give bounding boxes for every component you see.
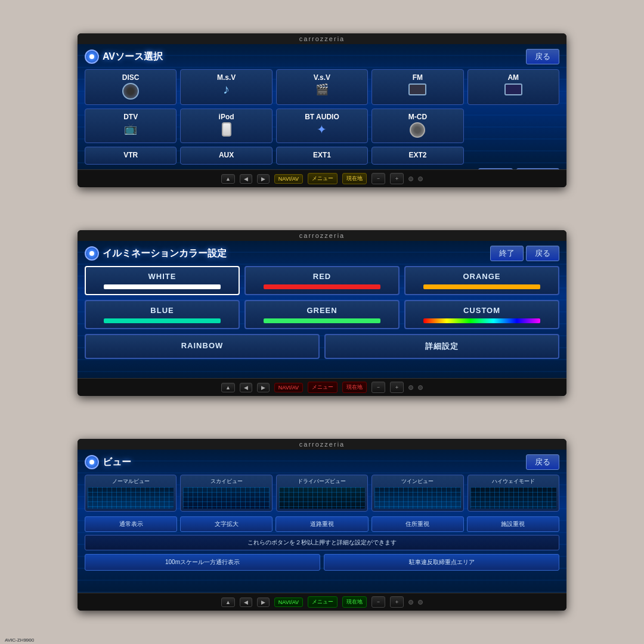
av-aux[interactable]: AUX [180, 147, 272, 165]
white-bar [104, 284, 220, 289]
back-button-2[interactable]: 戻る [526, 246, 559, 261]
view-opt-text[interactable]: 文字拡大 [180, 516, 273, 532]
screen-title-3: ビュー [103, 456, 131, 469]
title-area-3: ビュー [85, 455, 131, 469]
ctrl-dot-4 [418, 385, 423, 390]
brand-bar-1: carrozzeria [78, 33, 566, 44]
ipod-icon [222, 122, 231, 137]
screen-3: ビュー 戻る ノーマルビュー スカイビュー ドライバーズビュー [78, 450, 566, 593]
ctrl-navi[interactable]: NAVI/AV [274, 174, 303, 184]
header-buttons-3: 戻る [526, 454, 559, 470]
ctrl-plus-3[interactable]: ＋ [390, 596, 404, 608]
av-dtv[interactable]: DTV 📺 [85, 109, 177, 143]
av-vsv[interactable]: V.s.V 🎬 [276, 69, 368, 105]
title-icon-2 [85, 246, 99, 261]
mcd-icon [410, 122, 425, 138]
view-driver[interactable]: ドライバーズビュー [276, 475, 368, 512]
illum-red[interactable]: RED [244, 266, 400, 295]
ctrl-prev[interactable]: ◀ [240, 174, 252, 184]
fm-icon [408, 83, 426, 95]
disc-icon [122, 83, 139, 100]
ti-button[interactable]: TI [478, 168, 513, 169]
av-bt[interactable]: BT AUDIO ✦ [276, 109, 368, 143]
controls-bar-1: AVIC-ZH9900 ▲ ◀ ▶ NAVI/AV メニュー 現在地 － ＋ [78, 169, 566, 187]
end-button-2[interactable]: 終了 [490, 246, 524, 261]
screen-title-1: AVソース選択 [103, 51, 163, 63]
ctrl-menu[interactable]: メニュー [308, 173, 338, 184]
ctrl-dot-1 [408, 177, 413, 181]
ctrl-dot-2 [418, 177, 423, 181]
music-icon: ♪ [183, 83, 269, 96]
ctrl-prev-3[interactable]: ◀ [240, 597, 252, 607]
av-ipod[interactable]: iPod [180, 109, 272, 143]
screen-2: イルミネーションカラー設定 終了 戻る WHITE RED [78, 241, 566, 378]
screen-title-2: イルミネーションカラー設定 [103, 247, 227, 260]
ctrl-navi-2[interactable]: NAVI/AV [274, 383, 303, 392]
ctrl-dot-3 [408, 385, 413, 390]
illum-detail[interactable]: 詳細設定 [324, 334, 559, 359]
ctrl-minus-3[interactable]: － [371, 596, 385, 608]
view-opt-facility[interactable]: 施設重視 [467, 516, 559, 532]
view-modes-row: ノーマルビュー スカイビュー ドライバーズビュー ツインビュー ハイウェイモード [85, 475, 559, 512]
header-buttons-1: 戻る [526, 49, 559, 64]
ctrl-next[interactable]: ▶ [257, 174, 270, 184]
am-icon [504, 83, 522, 95]
view-opt-address[interactable]: 住所重視 [371, 516, 464, 532]
illum-rainbow[interactable]: RAINBOW [85, 334, 320, 359]
illum-white[interactable]: WHITE [85, 266, 240, 295]
ctrl-prev-2[interactable]: ◀ [240, 383, 252, 392]
view-opt-normal[interactable]: 通常表示 [85, 516, 177, 532]
av-ext1[interactable]: EXT1 [276, 147, 368, 165]
ctrl-menu-3[interactable]: メニュー [308, 596, 338, 608]
view-highway[interactable]: ハイウェイモード [467, 475, 559, 512]
controls-bar-2: AVIC-ZH9900 ▲ ◀ ▶ NAVI/AV メニュー 現在地 － ＋ [78, 378, 566, 396]
thumb-normal [88, 487, 174, 509]
view-opt-road[interactable]: 道路重視 [275, 516, 368, 532]
view-parking[interactable]: 駐車違反取締重点エリア [324, 554, 559, 571]
ctrl-plus[interactable]: ＋ [390, 173, 404, 184]
ctrl-current-2[interactable]: 現在地 [342, 382, 367, 393]
off-button[interactable]: OFF [516, 168, 559, 169]
view-twin[interactable]: ツインビュー [371, 475, 463, 512]
av-disc[interactable]: DISC [85, 69, 177, 105]
brand-label-3: carrozzeria [299, 441, 345, 448]
title-icon-3 [85, 455, 99, 469]
back-button-1[interactable]: 戻る [526, 49, 559, 64]
orange-bar [423, 284, 540, 289]
illum-green[interactable]: GREEN [244, 300, 400, 329]
unit-3: carrozzeria ビュー 戻る ノーマルビュー スカイビュー [78, 439, 566, 611]
ctrl-next-3[interactable]: ▶ [257, 597, 270, 607]
ctrl-menu-2[interactable]: メニュー [308, 382, 338, 393]
av-vtr[interactable]: VTR [85, 147, 177, 165]
illum-custom[interactable]: CUSTOM [404, 300, 559, 329]
illum-orange[interactable]: ORANGE [404, 266, 559, 295]
ctrl-eject[interactable]: ▲ [221, 174, 235, 184]
av-msv[interactable]: M.s.V ♪ [180, 69, 272, 105]
ctrl-next-2[interactable]: ▶ [257, 383, 270, 392]
view-normal[interactable]: ノーマルビュー [85, 475, 177, 512]
illum-blue[interactable]: BLUE [85, 300, 240, 329]
av-ext2[interactable]: EXT2 [371, 147, 463, 165]
brand-label-2: carrozzeria [299, 232, 345, 239]
ctrl-navi-3[interactable]: NAVI/AV [274, 597, 303, 607]
ctrl-minus[interactable]: － [371, 173, 385, 184]
title-icon-1 [85, 49, 99, 64]
av-mcd[interactable]: M-CD [371, 109, 463, 143]
film-icon: 🎬 [279, 83, 365, 96]
ctrl-eject-3[interactable]: ▲ [221, 597, 235, 607]
ctrl-current-3[interactable]: 現在地 [342, 596, 367, 608]
ctrl-plus-2[interactable]: ＋ [390, 382, 404, 393]
thumb-driver [279, 487, 365, 509]
av-am[interactable]: AM [467, 69, 559, 105]
view-100m[interactable]: 100mスケール一方通行表示 [85, 554, 320, 571]
ctrl-minus-2[interactable]: － [371, 382, 385, 393]
back-button-3[interactable]: 戻る [526, 454, 559, 470]
av-fm[interactable]: FM [371, 69, 463, 105]
view-sky[interactable]: スカイビュー [180, 475, 272, 512]
ctrl-eject-2[interactable]: ▲ [221, 383, 235, 392]
ctrl-dot-6 [418, 600, 423, 605]
ctrl-current[interactable]: 現在地 [342, 173, 367, 184]
red-bar [264, 284, 380, 289]
screen-header-3: ビュー 戻る [85, 454, 559, 470]
thumb-highway [470, 487, 556, 509]
